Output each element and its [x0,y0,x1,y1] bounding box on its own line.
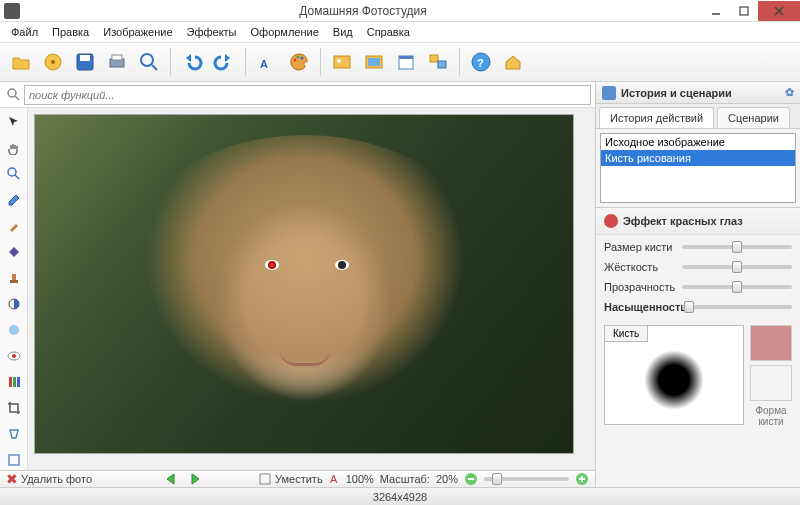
opacity-label: Прозрачность [604,281,676,293]
delete-photo-button[interactable]: ✖Удалить фото [6,471,92,487]
brush-tab[interactable]: Кисть [604,325,648,342]
blur-tool[interactable] [4,320,24,340]
size-slider[interactable] [682,245,792,249]
svg-rect-1 [740,7,748,15]
svg-rect-9 [112,55,122,60]
svg-point-5 [51,60,55,64]
fill-tool[interactable] [4,242,24,262]
zoom-in-button[interactable] [575,472,589,486]
svg-point-35 [12,354,16,358]
batch-button[interactable] [38,47,68,77]
perspective-tool[interactable] [4,424,24,444]
history-item[interactable]: Исходное изображение [601,134,795,150]
tab-scenarios[interactable]: Сценарии [717,107,790,128]
zoom-slider[interactable] [484,477,569,481]
menu-image[interactable]: Изображение [96,24,179,40]
svg-rect-40 [260,474,270,484]
brush-preview: Кисть [604,325,744,425]
menu-effects[interactable]: Эффекты [180,24,244,40]
svg-rect-22 [430,55,438,62]
zoom100-button[interactable]: A100% [329,472,374,486]
help-button[interactable]: ? [466,47,496,77]
print-button[interactable] [102,47,132,77]
close-button[interactable] [758,1,800,21]
stamp-tool[interactable] [4,268,24,288]
search-input[interactable] [24,85,591,105]
effects1-button[interactable] [327,47,357,77]
crop-tool[interactable] [4,398,24,418]
main-toolbar: A ? [0,42,800,82]
levels-tool[interactable] [4,372,24,392]
effects2-button[interactable] [359,47,389,77]
svg-rect-30 [10,280,18,283]
window-title: Домашняя Фотостудия [24,4,702,18]
svg-rect-31 [12,274,16,280]
menu-view[interactable]: Вид [326,24,360,40]
resize-tool[interactable] [4,450,24,470]
menu-bar: Файл Правка Изображение Эффекты Оформлен… [0,22,800,42]
saturation-slider[interactable] [682,305,792,309]
svg-point-28 [8,168,16,176]
zoom-tool[interactable] [4,164,24,184]
svg-point-14 [297,56,300,59]
minimize-button[interactable] [702,1,730,21]
svg-rect-23 [438,61,446,68]
status-bar: 3264x4928 [0,487,800,505]
pointer-tool[interactable] [4,112,24,132]
redeye-tool[interactable] [4,346,24,366]
svg-rect-36 [9,377,12,387]
svg-rect-16 [334,56,350,68]
app-icon [4,3,20,19]
contrast-tool[interactable] [4,294,24,314]
save-button[interactable] [70,47,100,77]
svg-line-11 [152,65,157,70]
menu-decor[interactable]: Оформление [244,24,326,40]
history-list[interactable]: Исходное изображение Кисть рисования [600,133,796,203]
zoom-out-button[interactable] [464,472,478,486]
image-dimensions: 3264x4928 [373,491,427,503]
menu-edit[interactable]: Правка [45,24,96,40]
fit-button[interactable]: Уместить [258,472,323,486]
opacity-slider[interactable] [682,285,792,289]
effect-section-header: Эффект красных глаз [596,207,800,235]
svg-line-29 [15,175,19,179]
menu-help[interactable]: Справка [360,24,417,40]
dropper-tool[interactable] [4,190,24,210]
tool-palette [0,108,28,470]
tab-history[interactable]: История действий [599,107,714,128]
size-label: Размер кисти [604,241,676,253]
panel-gear-icon[interactable]: ✿ [785,86,794,99]
palette-button[interactable] [284,47,314,77]
svg-rect-37 [13,377,16,387]
next-button[interactable] [188,472,206,486]
svg-rect-19 [368,58,380,66]
text-button[interactable]: A [252,47,282,77]
svg-point-13 [294,59,297,62]
hardness-label: Жёсткость [604,261,676,273]
svg-point-26 [8,89,16,97]
svg-text:A: A [260,58,268,70]
prev-button[interactable] [164,472,182,486]
svg-rect-38 [17,377,20,387]
svg-point-17 [337,59,341,63]
svg-text:?: ? [477,57,484,69]
redeye-effect-icon [604,214,618,228]
saturation-label: Насыщенность [604,301,676,313]
undo-button[interactable] [177,47,207,77]
calendar-button[interactable] [391,47,421,77]
open-button[interactable] [6,47,36,77]
hand-tool[interactable] [4,138,24,158]
collage-button[interactable] [423,47,453,77]
brush-color-swatch[interactable] [750,325,792,361]
zoom-button[interactable] [134,47,164,77]
svg-point-33 [9,325,19,335]
redo-button[interactable] [209,47,239,77]
brush-shape-swatch[interactable] [750,365,792,401]
history-item[interactable]: Кисть рисования [601,150,795,166]
canvas-area[interactable] [28,108,595,470]
maximize-button[interactable] [730,1,758,21]
menu-file[interactable]: Файл [4,24,45,40]
home-button[interactable] [498,47,528,77]
hardness-slider[interactable] [682,265,792,269]
brush-tool[interactable] [4,216,24,236]
